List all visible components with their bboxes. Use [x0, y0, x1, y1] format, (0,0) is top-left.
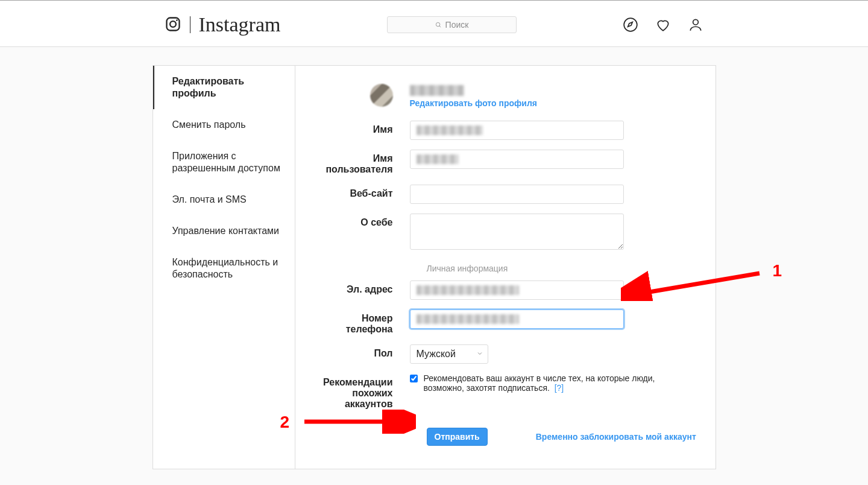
- label-gender: Пол: [319, 344, 410, 359]
- gender-select[interactable]: [410, 344, 488, 364]
- label-similar-accounts: Рекомендации похожих аккаунтов: [319, 373, 410, 410]
- similar-accounts-description: Рекомендовать ваш аккаунт в числе тех, н…: [424, 373, 655, 393]
- svg-point-1: [170, 21, 176, 27]
- name-input[interactable]: [410, 121, 624, 140]
- label-phone: Номер телефона: [319, 309, 410, 335]
- search-icon: [435, 22, 442, 28]
- svg-point-3: [436, 22, 439, 26]
- label-username: Имя пользователя: [319, 150, 410, 175]
- sidebar-item-change-password[interactable]: Сменить пароль: [153, 109, 295, 141]
- submit-button[interactable]: Отправить: [427, 428, 488, 446]
- sidebar-item-manage-contacts[interactable]: Управление контактами: [153, 215, 295, 247]
- activity-heart-icon[interactable]: [655, 17, 671, 33]
- avatar[interactable]: [370, 84, 393, 107]
- label-email: Эл. адрес: [319, 281, 410, 295]
- search-input[interactable]: Поиск: [387, 16, 517, 33]
- brand-divider: [190, 16, 190, 33]
- sidebar-item-privacy-security[interactable]: Конфиденциальность и безопасность: [153, 247, 295, 290]
- search-placeholder: Поиск: [445, 20, 469, 30]
- sidebar-item-email-sms[interactable]: Эл. почта и SMS: [153, 184, 295, 215]
- username-input[interactable]: [410, 150, 624, 169]
- settings-content: Редактировать фото профиля Имя Имя польз…: [295, 66, 715, 469]
- private-info-heading: Личная информация: [427, 264, 703, 273]
- website-input[interactable]: [410, 185, 624, 204]
- svg-marker-6: [628, 22, 633, 27]
- sidebar-item-authorized-apps[interactable]: Приложения с разрешенным доступом: [153, 141, 295, 184]
- top-bar: Instagram Поиск: [0, 0, 868, 47]
- label-website: Веб-сайт: [319, 185, 410, 199]
- settings-sidebar: Редактировать профиль Сменить пароль При…: [153, 66, 295, 469]
- svg-line-4: [439, 25, 440, 27]
- header-icons: [623, 17, 703, 33]
- brand-block: Instagram: [165, 13, 281, 36]
- username-display: [410, 85, 464, 96]
- email-input[interactable]: [410, 281, 624, 300]
- profile-icon[interactable]: [688, 17, 703, 33]
- sidebar-item-edit-profile[interactable]: Редактировать профиль: [153, 66, 295, 109]
- explore-icon[interactable]: [623, 17, 638, 33]
- bio-textarea[interactable]: [410, 214, 624, 250]
- temporarily-disable-account-link[interactable]: Временно заблокировать мой аккаунт: [536, 432, 696, 442]
- edit-profile-photo-link[interactable]: Редактировать фото профиля: [410, 98, 537, 108]
- label-name: Имя: [319, 121, 410, 135]
- phone-input[interactable]: [410, 309, 624, 329]
- svg-point-2: [176, 19, 178, 21]
- similar-accounts-checkbox[interactable]: [410, 375, 418, 382]
- annotation-number-1: 1: [773, 261, 782, 281]
- brand-wordmark[interactable]: Instagram: [199, 13, 281, 36]
- svg-point-7: [693, 19, 699, 25]
- label-bio: О себе: [319, 214, 410, 228]
- instagram-glyph-icon[interactable]: [165, 16, 181, 34]
- svg-point-5: [624, 18, 638, 31]
- similar-accounts-help-link[interactable]: [?]: [555, 383, 564, 393]
- settings-panel: Редактировать профиль Сменить пароль При…: [153, 65, 716, 469]
